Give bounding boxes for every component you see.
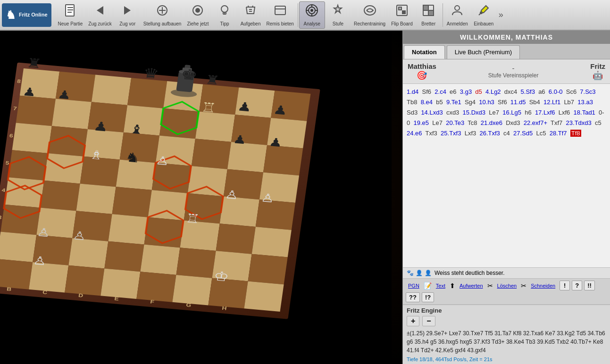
toolbar-more[interactable]: »: [497, 10, 505, 20]
white-player: Matthias 🎯: [408, 62, 436, 81]
move-21dxd3[interactable]: Dxd3: [506, 119, 520, 126]
move-9te1[interactable]: 9.Te1: [446, 99, 461, 106]
move-5a6[interactable]: a6: [538, 88, 545, 95]
move-21dxe6[interactable]: 21.dxe6: [481, 119, 502, 126]
tipp-button[interactable]: Tipp: [212, 1, 238, 29]
tab-notation[interactable]: Notation: [404, 45, 445, 59]
loschen-button[interactable]: Löschen: [495, 282, 519, 290]
bretter-label: Bretter: [421, 21, 435, 26]
move-22exf7[interactable]: 22.exf7+: [524, 119, 547, 126]
move-14cxd3[interactable]: cxd3: [446, 109, 459, 116]
move-26txf3[interactable]: 26.Txf3: [479, 130, 500, 137]
schneiden-button[interactable]: Schneiden: [528, 282, 558, 290]
svg-text:♟: ♟: [232, 132, 247, 147]
move-4dxc4[interactable]: dxc4: [504, 88, 517, 95]
move-23c5[interactable]: c5: [595, 119, 602, 126]
stellung-aufbauen-icon: [155, 3, 169, 20]
move-15dxd3[interactable]: 15.Dxd3: [463, 109, 485, 116]
text-button[interactable]: Text: [434, 282, 448, 290]
analyse-button[interactable]: Analyse: [299, 1, 325, 29]
move-2e6[interactable]: e6: [450, 88, 456, 95]
einbauen-button[interactable]: Einbauen: [471, 1, 497, 29]
move-3d5[interactable]: d5: [475, 88, 482, 95]
move-17lxf6[interactable]: 17.Lxf6: [535, 109, 555, 116]
stellung-aufbauen-button[interactable]: Stellung aufbauen: [141, 1, 184, 29]
chess-board-area[interactable]: 8 7 6 5 4 3 2 1 B C D E F G H: [0, 31, 402, 364]
rechentraining-button[interactable]: Rechentraining: [351, 1, 388, 29]
zug-vor-button[interactable]: Zug vor: [115, 1, 141, 29]
move-17lxf6[interactable]: Lxf6: [559, 109, 570, 116]
svg-text:♙: ♙: [225, 188, 240, 202]
move-24txf3[interactable]: Txf3: [426, 130, 437, 137]
tab-live-buch[interactable]: Live Buch (Premium): [447, 45, 520, 59]
neue-partie-button[interactable]: Neue Partie: [55, 1, 86, 29]
svg-marker-5: [124, 6, 131, 15]
anno-question[interactable]: ?: [572, 281, 582, 290]
move-13sd3[interactable]: Sd3: [407, 109, 418, 116]
move-27sd5[interactable]: 27.Sd5: [513, 130, 533, 137]
move-26c4[interactable]: c4: [503, 130, 510, 137]
move-28tf7[interactable]: 28.Tf7: [550, 130, 567, 137]
move-18tad1[interactable]: 18.Tad1: [574, 109, 595, 116]
move-11d5[interactable]: 11.d5: [510, 99, 526, 106]
move-4lg2[interactable]: 4.Lg2: [485, 88, 501, 95]
move-5sf3[interactable]: 5.Sf3: [521, 88, 535, 95]
fritz-plus-button[interactable]: +: [407, 316, 419, 326]
move-19e5[interactable]: 19.e5: [413, 119, 429, 126]
move-12lf1[interactable]: 12.Lf1: [543, 99, 560, 106]
aufwerten-button[interactable]: Aufwerten: [457, 282, 485, 290]
move-28tf8[interactable]: Tf8: [570, 130, 581, 137]
move-10sf6[interactable]: Sf6: [498, 99, 507, 106]
move-1d4[interactable]: 1.d4: [407, 88, 418, 95]
anmelden-button[interactable]: Anmelden: [444, 1, 471, 29]
move-16lg5[interactable]: 16.Lg5: [502, 109, 521, 116]
move-27lc5[interactable]: Lc5: [536, 130, 546, 137]
ziehe-jetzt-button[interactable]: Ziehe jetzt: [184, 1, 211, 29]
anno-exclaim-question[interactable]: !?: [422, 292, 434, 302]
move-19le7[interactable]: Le7: [432, 119, 443, 126]
status-icon-1: 🐾: [407, 270, 414, 276]
move-2c4[interactable]: 2.c4: [435, 88, 446, 95]
move-15le7[interactable]: Le7: [489, 109, 499, 116]
move-11sb4[interactable]: Sb4: [529, 99, 540, 106]
svg-point-34: [455, 6, 460, 10]
move-10h3[interactable]: 10.h3: [479, 99, 494, 106]
move-7sc3[interactable]: 7.Sc3: [580, 88, 595, 95]
move-25txf3[interactable]: 25.Txf3: [441, 130, 461, 137]
move-13a3[interactable]: 13.a3: [577, 99, 593, 106]
zug-zurueck-button[interactable]: Zug zurück: [85, 1, 114, 29]
notation-area[interactable]: 1.d4 Sf6 2.c4 e6 3.g3 d5 4.Lg2 dxc4 5.Sf…: [403, 84, 610, 267]
move-6sc6[interactable]: Sc6: [566, 88, 577, 95]
move-20te3[interactable]: 20.Te3: [446, 119, 464, 126]
move-22txf7[interactable]: Txf7: [551, 119, 562, 126]
bretter-button[interactable]: Bretter: [416, 1, 442, 29]
fritz-minus-button[interactable]: −: [422, 316, 435, 326]
action-icon-cut: ✂: [521, 282, 526, 290]
move-8b5[interactable]: b5: [436, 99, 443, 106]
pgn-button[interactable]: PGN: [406, 282, 422, 290]
move-20tc8[interactable]: Tc8: [468, 119, 477, 126]
move-7tb8[interactable]: Tb8: [407, 99, 417, 106]
move-9sg4[interactable]: Sg4: [465, 99, 476, 106]
player-level: Stufe Vereinsspieler: [488, 72, 539, 79]
remis-bieten-button[interactable]: Remis bieten: [264, 1, 297, 29]
anno-double-question[interactable]: ??: [406, 292, 420, 302]
status-text: Weiss steht deutlich besser.: [435, 270, 505, 276]
move-1sf6[interactable]: Sf6: [422, 88, 432, 95]
move-8e4[interactable]: 8.e4: [421, 99, 433, 106]
move-25lxf3[interactable]: Lxf3: [465, 130, 476, 137]
move-600[interactable]: 6.0-0: [549, 88, 563, 95]
move-12lb7[interactable]: Lb7: [564, 99, 574, 106]
anno-double-exclaim[interactable]: !!: [584, 281, 595, 290]
stufe-button[interactable]: Stufe: [325, 1, 351, 29]
anno-exclaim[interactable]: !: [560, 281, 570, 290]
move-14lxd3[interactable]: 14.Lxd3: [421, 109, 443, 116]
move-23tdxd3[interactable]: 23.Tdxd3: [566, 119, 592, 126]
flip-board-button[interactable]: Flip Board: [388, 1, 416, 29]
app-logo[interactable]: ♞ Fritz Online: [2, 3, 51, 27]
move-16h6[interactable]: h6: [525, 109, 531, 116]
move-24e6[interactable]: 24.e6: [407, 130, 422, 137]
move-3g3[interactable]: 3.g3: [460, 88, 472, 95]
aufgeben-button[interactable]: Aufgeben: [238, 1, 264, 29]
tabs: Notation Live Buch (Premium): [403, 44, 610, 59]
